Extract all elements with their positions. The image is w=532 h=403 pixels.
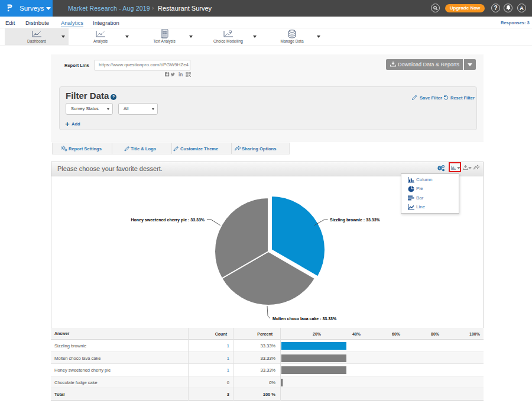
svg-text:Sizzling brownie : 33.33%: Sizzling brownie : 33.33% [330,218,381,223]
svg-text:in: in [179,72,183,77]
svg-text:Honey sweetened cherry pie : 3: Honey sweetened cherry pie : 33.33% [131,218,205,223]
svg-text:Molten choco lava cake : 33.33: Molten choco lava cake : 33.33% [273,317,337,321]
